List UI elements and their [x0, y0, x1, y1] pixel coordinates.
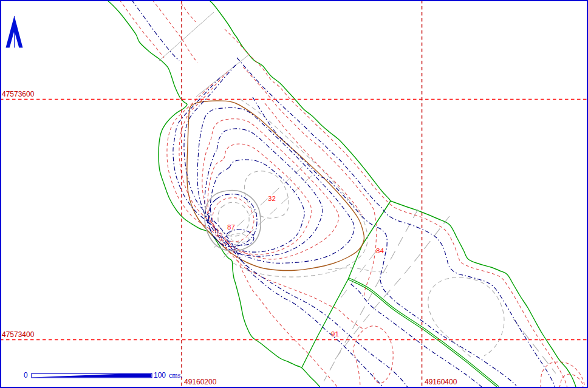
- svg-text:0: 0: [24, 371, 28, 379]
- svg-text:49160200: 49160200: [184, 378, 217, 386]
- svg-text:47573600: 47573600: [2, 90, 35, 98]
- svg-text:84: 84: [376, 247, 384, 254]
- svg-text:47573400: 47573400: [2, 330, 35, 339]
- svg-text:100: 100: [154, 371, 166, 379]
- svg-text:87: 87: [227, 223, 235, 231]
- svg-text:91: 91: [331, 330, 339, 338]
- svg-text:cms.: cms.: [169, 371, 182, 379]
- svg-text:49160400: 49160400: [425, 378, 457, 386]
- svg-text:32: 32: [268, 195, 276, 202]
